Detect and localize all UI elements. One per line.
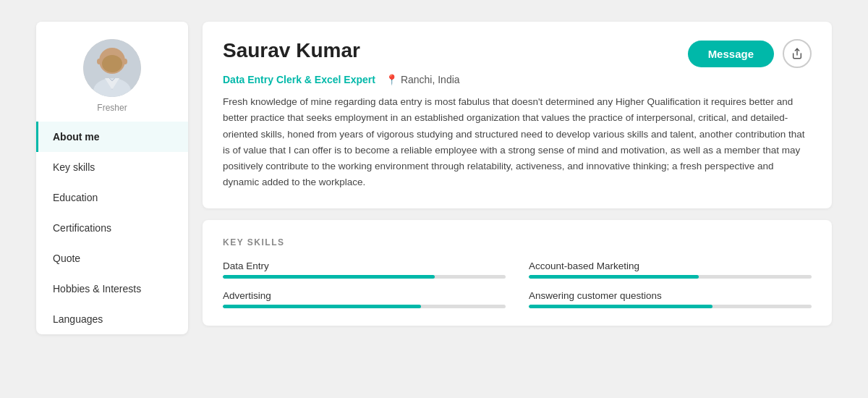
message-button[interactable]: Message xyxy=(688,41,774,67)
svg-point-7 xyxy=(123,59,127,64)
skill-label: Answering customer questions xyxy=(529,290,812,301)
profile-actions: Message xyxy=(688,39,812,68)
main-content: Saurav Kumar Message Data Entry Clerk & … xyxy=(203,22,832,334)
sidebar-item-certifications[interactable]: Certifications xyxy=(36,213,188,243)
skill-bar-bg xyxy=(223,275,506,279)
profile-bio: Fresh knowledge of mine regarding data e… xyxy=(223,94,812,191)
skill-label: Advertising xyxy=(223,290,506,301)
sidebar-item-education[interactable]: Education xyxy=(36,182,188,213)
profile-role: Data Entry Clerk & Excel Expert xyxy=(223,74,375,85)
sidebar-item-key-skills[interactable]: Key skills xyxy=(36,152,188,182)
avatar-section: Fresher xyxy=(36,22,188,122)
sidebar-nav: About me Key skills Education Certificat… xyxy=(36,122,188,334)
skill-item-data-entry: Data Entry xyxy=(223,261,506,279)
skill-bar-fill xyxy=(223,275,435,279)
skill-bar-fill xyxy=(529,305,712,308)
sidebar-item-quote[interactable]: Quote xyxy=(36,243,188,274)
skills-grid: Data Entry Account-based Marketing Adver… xyxy=(223,261,812,308)
share-icon xyxy=(791,48,803,59)
fresher-badge: Fresher xyxy=(97,103,127,113)
profile-name: Saurav Kumar xyxy=(223,39,360,62)
skill-label: Account-based Marketing xyxy=(529,261,812,271)
skill-item-advertising: Advertising xyxy=(223,290,506,308)
skills-section: KEY SKILLS Data Entry Account-based Mark… xyxy=(203,220,832,326)
location-pin-icon: 📍 xyxy=(386,74,398,85)
skill-item-answering: Answering customer questions xyxy=(529,290,812,308)
share-button[interactable] xyxy=(783,39,812,68)
sidebar-item-about-me[interactable]: About me xyxy=(36,122,188,152)
skill-bar-fill xyxy=(223,305,421,308)
skill-label: Data Entry xyxy=(223,261,506,271)
skill-item-account-marketing: Account-based Marketing xyxy=(529,261,812,279)
skill-bar-bg xyxy=(529,305,812,308)
avatar xyxy=(83,39,141,97)
svg-point-3 xyxy=(102,55,122,72)
profile-location: 📍 Ranchi, India xyxy=(386,74,460,85)
profile-header: Saurav Kumar Message Data Entry Clerk & … xyxy=(203,22,832,208)
skill-bar-fill xyxy=(529,275,699,279)
skill-bar-bg xyxy=(223,305,506,308)
sidebar: Fresher About me Key skills Education Ce… xyxy=(36,22,188,334)
svg-point-6 xyxy=(97,59,101,64)
skill-bar-bg xyxy=(529,275,812,279)
sidebar-item-hobbies[interactable]: Hobbies & Interests xyxy=(36,274,188,304)
sidebar-item-languages[interactable]: Languages xyxy=(36,304,188,334)
skills-section-title: KEY SKILLS xyxy=(223,237,812,247)
